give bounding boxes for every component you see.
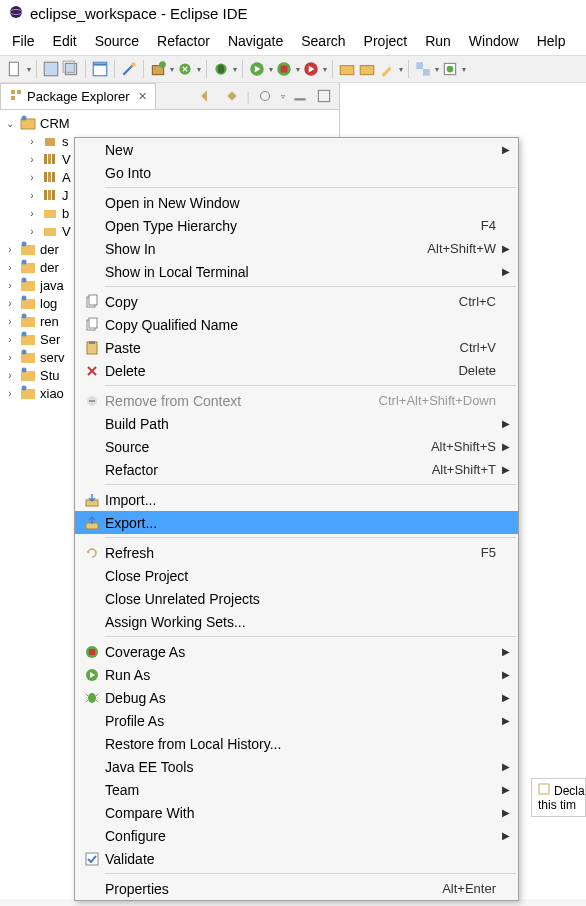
expand-icon[interactable]: › [26,135,38,147]
close-icon[interactable]: ✕ [138,90,147,103]
dropdown-icon[interactable]: ▾ [296,65,300,74]
menu-source[interactable]: Source [87,31,147,51]
menu-item-copy-qualified-name[interactable]: Copy Qualified Name [75,313,518,336]
folder-new-icon[interactable] [338,60,356,78]
folder-icon[interactable] [358,60,376,78]
expand-icon[interactable]: › [4,243,16,255]
run-icon[interactable] [248,60,266,78]
menu-item-show-in[interactable]: Show InAlt+Shift+W▶ [75,237,518,260]
menu-item-label: Source [105,439,149,455]
menu-run[interactable]: Run [417,31,459,51]
marker-icon[interactable] [378,60,396,78]
link-editor-icon[interactable] [223,87,241,105]
menu-item-open-type-hierarchy[interactable]: Open Type HierarchyF4 [75,214,518,237]
menu-item-shortcut: F5 [481,545,496,560]
menu-item-export[interactable]: Export... [75,511,518,534]
dropdown-icon[interactable]: ▾ [399,65,403,74]
dropdown-icon[interactable]: ▾ [462,65,466,74]
menu-navigate[interactable]: Navigate [220,31,291,51]
menu-item-java-ee-tools[interactable]: Java EE Tools▶ [75,755,518,778]
menu-item-go-into[interactable]: Go Into [75,161,518,184]
maximize-icon[interactable] [315,87,333,105]
class-icon[interactable] [441,60,459,78]
expand-icon[interactable]: › [4,369,16,381]
menu-item-refactor[interactable]: RefactorAlt+Shift+T▶ [75,458,518,481]
menu-item-close-project[interactable]: Close Project [75,564,518,587]
type-icon[interactable] [414,60,432,78]
toggle-icon[interactable] [91,60,109,78]
expand-icon[interactable]: › [4,315,16,327]
save-all-icon[interactable] [62,60,80,78]
menu-project[interactable]: Project [356,31,416,51]
menu-item-assign-working-sets[interactable]: Assign Working Sets... [75,610,518,633]
menu-item-import[interactable]: Import... [75,488,518,511]
menu-item-build-path[interactable]: Build Path▶ [75,412,518,435]
tree-project-root[interactable]: ⌄ CRM [4,114,335,132]
expand-icon[interactable]: › [26,207,38,219]
menu-item-run-as[interactable]: Run As▶ [75,663,518,686]
menu-item-team[interactable]: Team▶ [75,778,518,801]
focus-icon[interactable] [256,87,274,105]
menu-item-delete[interactable]: DeleteDelete [75,359,518,382]
expand-icon[interactable]: › [26,171,38,183]
external-run-icon[interactable] [302,60,320,78]
menu-item-validate[interactable]: Validate [75,847,518,870]
collapse-all-icon[interactable] [199,87,217,105]
wand-icon[interactable] [120,60,138,78]
package-new-icon[interactable] [149,60,167,78]
menu-item-show-in-local-terminal[interactable]: Show in Local Terminal▶ [75,260,518,283]
menu-refactor[interactable]: Refactor [149,31,218,51]
tree-item-label: V [62,224,71,239]
expand-icon[interactable]: › [4,333,16,345]
menu-item-properties[interactable]: PropertiesAlt+Enter [75,877,518,900]
submenu-arrow-icon: ▶ [496,441,510,452]
menu-item-source[interactable]: SourceAlt+Shift+S▶ [75,435,518,458]
expand-icon[interactable]: › [4,261,16,273]
menu-edit[interactable]: Edit [45,31,85,51]
coverage-icon[interactable] [275,60,293,78]
view-menu-icon[interactable]: ▿ [281,92,285,101]
build-icon[interactable] [176,60,194,78]
expand-icon[interactable]: › [4,297,16,309]
expand-icon[interactable]: › [26,189,38,201]
menu-search[interactable]: Search [293,31,353,51]
menu-item-open-in-new-window[interactable]: Open in New Window [75,191,518,214]
dropdown-icon[interactable]: ▾ [197,65,201,74]
debug-icon[interactable] [212,60,230,78]
menu-item-close-unrelated-projects[interactable]: Close Unrelated Projects [75,587,518,610]
expand-icon[interactable]: › [26,225,38,237]
dropdown-icon[interactable]: ▾ [323,65,327,74]
new-icon[interactable] [6,60,24,78]
dropdown-icon[interactable]: ▾ [269,65,273,74]
menu-item-label: Debug As [105,690,166,706]
menu-window[interactable]: Window [461,31,527,51]
menu-item-profile-as[interactable]: Profile As▶ [75,709,518,732]
menu-item-new[interactable]: New▶ [75,138,518,161]
expand-icon[interactable]: ⌄ [4,117,16,129]
menu-item-coverage-as[interactable]: Coverage As▶ [75,640,518,663]
dropdown-icon[interactable]: ▾ [233,65,237,74]
package-explorer-tab[interactable]: Package Explorer ✕ [0,83,156,109]
menu-item-restore-from-local-history[interactable]: Restore from Local History... [75,732,518,755]
menu-item-compare-with[interactable]: Compare With▶ [75,801,518,824]
menu-help[interactable]: Help [529,31,574,51]
menu-item-refresh[interactable]: RefreshF5 [75,541,518,564]
menu-file[interactable]: File [4,31,43,51]
menu-item-debug-as[interactable]: Debug As▶ [75,686,518,709]
expand-icon[interactable]: › [4,387,16,399]
menu-item-label: Validate [105,851,155,867]
menu-item-label: Team [105,782,139,798]
expand-icon[interactable]: › [4,351,16,363]
menu-separator [105,636,516,637]
menu-item-configure[interactable]: Configure▶ [75,824,518,847]
expand-icon[interactable]: › [4,279,16,291]
menu-item-paste[interactable]: PasteCtrl+V [75,336,518,359]
minimize-icon[interactable] [291,87,309,105]
dropdown-icon[interactable]: ▾ [27,65,31,74]
menu-item-copy[interactable]: CopyCtrl+C [75,290,518,313]
dropdown-icon[interactable]: ▾ [435,65,439,74]
expand-icon[interactable]: › [26,153,38,165]
dropdown-icon[interactable]: ▾ [170,65,174,74]
declarations-popup: Decla this tim [531,778,586,817]
save-icon[interactable] [42,60,60,78]
